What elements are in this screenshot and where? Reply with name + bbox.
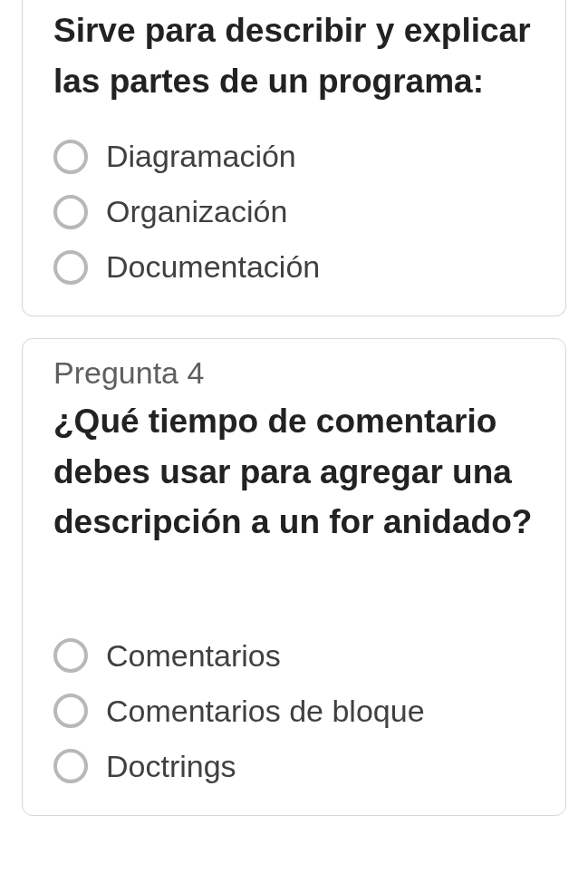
option-organizacion[interactable]: Organización (53, 194, 535, 229)
radio-icon[interactable] (53, 638, 88, 673)
question-card-3: Pregunta 3 Sirve para describir y explic… (22, 0, 566, 316)
question-card-4: Pregunta 4 ¿Qué tiempo de comentario deb… (22, 338, 566, 816)
option-documentacion[interactable]: Documentación (53, 249, 535, 285)
option-comentarios[interactable]: Comentarios (53, 638, 535, 674)
option-label: Documentación (106, 249, 320, 285)
option-comentarios-de-bloque[interactable]: Comentarios de bloque (53, 694, 535, 729)
option-label: Comentarios (106, 638, 281, 674)
question-number: Pregunta 4 (53, 355, 535, 391)
question-title: Sirve para describir y explicar las part… (53, 5, 535, 106)
option-doctrings[interactable]: Doctrings (53, 749, 535, 784)
radio-icon[interactable] (53, 195, 88, 229)
radio-icon[interactable] (53, 140, 88, 174)
option-label: Comentarios de bloque (106, 694, 425, 729)
options-list: Comentarios Comentarios de bloque Doctri… (53, 638, 535, 784)
option-diagramacion[interactable]: Diagramación (53, 139, 535, 174)
options-list: Diagramación Organización Documentación (53, 139, 535, 285)
radio-icon[interactable] (53, 749, 88, 783)
option-label: Doctrings (106, 749, 236, 784)
radio-icon[interactable] (53, 250, 88, 285)
option-label: Diagramación (106, 139, 296, 174)
question-title: ¿Qué tiempo de comentario debes usar par… (53, 396, 535, 548)
radio-icon[interactable] (53, 694, 88, 728)
option-label: Organización (106, 194, 287, 229)
